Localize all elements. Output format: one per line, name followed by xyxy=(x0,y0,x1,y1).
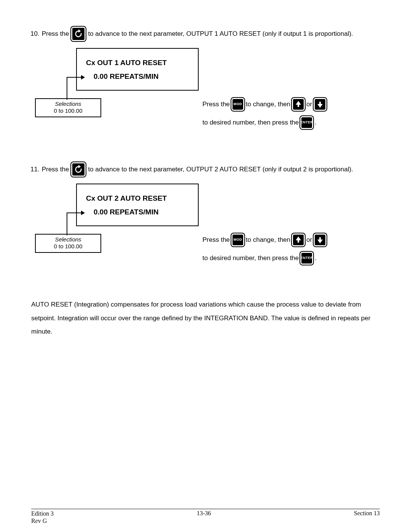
act1-b1: to desired number, then press the xyxy=(202,116,299,129)
mod-key-icon: MOD xyxy=(231,98,244,111)
act2-a2: to change, then xyxy=(246,233,290,247)
sel2-title: Selections xyxy=(38,236,98,243)
scroll-icon xyxy=(71,27,86,41)
selections-box-2: Selections 0 to 100.00 xyxy=(35,234,101,253)
footer-section: Section 13 xyxy=(354,510,380,524)
act2-period: . xyxy=(315,251,317,265)
up-arrow-icon xyxy=(292,98,305,111)
step-10-post: to advance to the next parameter, OUTPUT… xyxy=(88,29,353,38)
down-arrow-icon xyxy=(314,98,327,111)
mod-key-icon: MOD xyxy=(231,233,244,246)
act1-a2: to change, then xyxy=(246,97,290,111)
disp1-line2: 0.00 REPEATS/MIN xyxy=(94,72,189,81)
footer-edition: Edition 3 xyxy=(31,510,54,517)
actions-2: Press the MOD to change, then or to desi… xyxy=(202,233,327,265)
act1-a1: Press the xyxy=(202,97,230,111)
footer: Edition 3 Rev G 13-36 Section 13 xyxy=(31,510,380,524)
sel1-title: Selections xyxy=(38,101,98,107)
actions-1: Press the MOD to change, then or to desi… xyxy=(202,97,327,129)
down-arrow-icon xyxy=(314,233,327,246)
step-11-pre: Press the xyxy=(42,165,69,174)
step-11: 11. Press the to advance to the next par… xyxy=(30,162,380,177)
act1-a3: or xyxy=(306,97,312,111)
selections-box-1: Selections 0 to 100.00 xyxy=(35,98,101,117)
disp2-line2: 0.00 REPEATS/MIN xyxy=(94,208,189,216)
enter-key-icon: ENTER xyxy=(300,116,313,129)
display-box-1: Cx OUT 1 AUTO RESET 0.00 REPEATS/MIN xyxy=(76,48,199,91)
footer-page: 13-36 xyxy=(197,510,211,524)
display-box-2: Cx OUT 2 AUTO RESET 0.00 REPEATS/MIN xyxy=(76,184,199,226)
sel1-range: 0 to 100.00 xyxy=(38,107,98,114)
scroll-icon xyxy=(71,162,86,177)
footer-rule xyxy=(31,509,380,509)
auto-reset-paragraph: AUTO RESET (Integration) compensates for… xyxy=(31,298,380,339)
act2-a1: Press the xyxy=(202,233,230,247)
up-arrow-icon xyxy=(292,233,305,246)
step-11-post: to advance to the next parameter, OUTPUT… xyxy=(88,165,353,174)
act2-a3: or xyxy=(306,233,312,247)
enter-key-icon: ENTER xyxy=(300,252,313,265)
act2-b1: to desired number, then press the xyxy=(202,251,299,265)
step-10-pre: Press the xyxy=(42,29,69,38)
footer-rev: Rev G xyxy=(31,517,54,524)
act1-period: . xyxy=(315,116,317,129)
disp1-line1: Cx OUT 1 AUTO RESET xyxy=(86,59,189,67)
step-11-num: 11. xyxy=(30,165,40,174)
step-10-num: 10. xyxy=(30,29,40,38)
sel2-range: 0 to 100.00 xyxy=(38,243,98,250)
disp2-line1: Cx OUT 2 AUTO RESET xyxy=(86,194,189,203)
step-10: 10. Press the to advance to the next par… xyxy=(30,27,380,41)
